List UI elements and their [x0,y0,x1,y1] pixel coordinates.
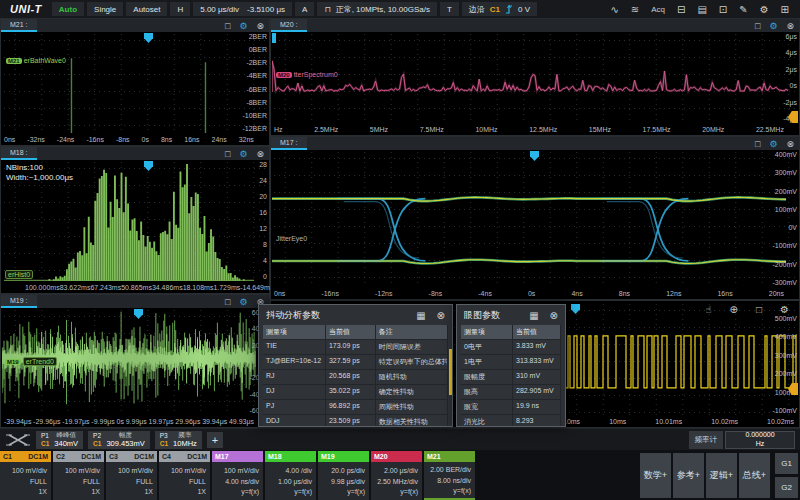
table-row[interactable]: 消光比8.293 [461,415,561,426]
trace-badge: M20 [276,72,292,78]
spectrum-waveform [272,32,798,123]
y-tick-label: 28 [259,161,267,168]
horizontal-menu-button[interactable]: H [170,2,190,16]
table-row[interactable]: 1电平313.833 mV [461,355,561,370]
channel-card-m17[interactable]: M17100 mV/div4.00 ns/divy=f(x) [212,451,263,500]
strip-button[interactable]: 总线+ [739,453,770,498]
table-row[interactable]: DJ35.022 ps确定性抖动 [263,385,448,400]
channel-card-m19[interactable]: M1920.0 ps/div9.98 μs/divy=f(x) [318,451,369,500]
table-row[interactable]: TIE173.09 ps时间间隔误差 [263,340,448,355]
clear-icon[interactable]: ✎ [739,4,747,15]
list-icon[interactable]: ▦ [529,310,538,321]
maximize-icon[interactable]: □ [755,21,760,31]
screenshot-icon[interactable]: ⊡ [719,4,727,15]
channel-card-m18[interactable]: M184.00 /div1.00 μs/divy=f(x) [265,451,316,500]
channel-card-c3[interactable]: C3DC1M100 mV/divFULL1X [106,451,157,500]
measure-item-p1[interactable]: P1C1 峰峰值340mV [36,431,83,449]
channel-card-m20[interactable]: M202.00 μs/div2.50 MHz/divy=f(x) [371,451,422,500]
spectrum-plot[interactable] [272,32,798,123]
channel-name: C1 [3,453,12,460]
measure-icon[interactable] [5,432,31,448]
table-row[interactable]: TJ@BER=10e-12327.59 ps特定误码率下的总体抖动 [263,355,448,370]
save-icon[interactable]: ▤ [697,4,706,15]
zoom-icon[interactable]: ⊕ [730,304,738,315]
y-tick-label: -100mV [772,407,797,414]
settings-icon[interactable]: ⚙ [239,149,247,159]
display-icon[interactable]: □ [756,304,762,315]
table-cell: 眼宽 [461,400,513,414]
measure-label: 峰峰值 [56,431,76,439]
bathtub-plot[interactable] [2,32,268,133]
tab-m20[interactable]: M20 : [271,19,307,32]
channel-setting: FULL [136,478,153,485]
search-icon[interactable]: ≋ [631,4,639,15]
table-row[interactable]: 眼幅度310 mV [461,370,561,385]
dialog-title-bar[interactable]: 抖动分析参数 ▦ ⊗ [259,305,452,325]
maximize-icon[interactable]: □ [225,297,230,307]
x-tick-label: 0ns [274,290,285,297]
tab-m21[interactable]: M21 : [1,19,37,32]
measurement-bar: P1C1 峰峰值340mVP2C1 幅度309.453mVP3C1 频率10MH… [0,428,800,450]
close-icon[interactable]: ⊗ [437,310,445,321]
table-cell: 282.905 mV [513,385,561,399]
tab-m17[interactable]: M17 : [271,137,307,150]
timebase-readout[interactable]: 5.00 μs/div -3.5100 μs [193,2,292,16]
measure-item-p2[interactable]: P2C1 幅度309.453mV [88,431,150,449]
table-row[interactable]: 0电平3.833 mV [461,340,561,355]
table-row[interactable]: PJ96.892 ps周期性抖动 [263,400,448,415]
x-tick-label: -8ns [429,290,443,297]
maximize-icon[interactable]: □ [755,139,760,149]
trigger-menu-button[interactable]: T [440,2,459,16]
acquisition-readout[interactable]: ⊓ 正常, 10MPts, 10.00GSa/s [317,2,437,16]
channel-card-c1[interactable]: C1DC1M100 mV/divFULL1X [0,451,51,500]
channel-card-m21[interactable]: M212.00 BER/div8.00 ns/divy=f(x) [424,451,475,500]
trigger-readout[interactable]: 边沿 C1 0 V [462,2,537,16]
strip-button[interactable]: 逻辑+ [706,453,737,498]
close-icon[interactable]: ⊗ [256,149,264,159]
dialog-title-bar[interactable]: 眼图参数 ▦ ⊗ [457,305,565,325]
table-row[interactable]: DDJ23.509 ps数据相关性抖动 [263,415,448,426]
maximize-icon[interactable]: □ [225,21,230,31]
tab-m19[interactable]: M19 : [1,295,37,308]
trigger-position-marker[interactable] [272,33,276,43]
table-row[interactable]: 眼宽19.9 ns [461,400,561,415]
x-axis: 100.000ms83.622ms67.243ms50.865ms34.486m… [25,282,254,293]
run-state-button[interactable]: Auto [52,2,84,16]
channel-setting: FULL [30,478,47,485]
channel-card-c4[interactable]: C4DC1M100 mV/divFULL1X [159,451,210,500]
measure-item-p3[interactable]: P3C1 频率10MHz [155,431,202,449]
close-icon[interactable]: ⊗ [786,139,794,149]
acquire-menu-button[interactable]: A [295,2,314,16]
eye-plot[interactable] [272,150,798,287]
channel-setting: 4.00 ns/div [225,478,259,485]
table-row[interactable]: RJ20.568 ps随机抖动 [263,370,448,385]
group-button-g1[interactable]: G1 [775,453,798,474]
settings-icon[interactable]: ⚙ [760,4,769,15]
touch-icon[interactable]: ☝ [706,304,712,315]
autoset-button[interactable]: Autoset [126,2,167,16]
table-row[interactable]: 眼高282.905 mV [461,385,561,400]
trigger-slope-icon[interactable]: ∿ [610,4,618,15]
settings-icon[interactable]: ⚙ [769,21,777,31]
single-button[interactable]: Single [87,2,123,16]
settings-icon[interactable]: ⚙ [769,139,777,149]
settings-icon[interactable]: ⚙ [239,297,247,307]
list-icon[interactable]: ▦ [416,310,425,321]
dialog-title: 抖动分析参数 [266,309,320,322]
scrollbar[interactable] [449,349,452,395]
layout-icon[interactable]: ⊞ [781,4,789,15]
channel-card-c2[interactable]: C2DC1M100 mV/divFULL1X [53,451,104,500]
close-icon[interactable]: ⊗ [256,21,264,31]
close-icon[interactable]: ⊗ [550,310,558,321]
maximize-icon[interactable]: □ [225,149,230,159]
strip-button[interactable]: 数学+ [640,453,671,498]
acquire-icon[interactable]: Acq [651,5,665,14]
strip-button[interactable]: 参考+ [673,453,704,498]
group-button-g2[interactable]: G2 [775,477,798,498]
settings-icon[interactable]: ⚙ [239,21,247,31]
printer-icon[interactable]: ⊟ [677,4,685,15]
tab-m18[interactable]: M18 : [1,147,37,160]
close-icon[interactable]: ⊗ [786,21,794,31]
add-measurement-button[interactable]: + [207,432,223,448]
settings-icon[interactable]: ⚙ [780,304,789,315]
